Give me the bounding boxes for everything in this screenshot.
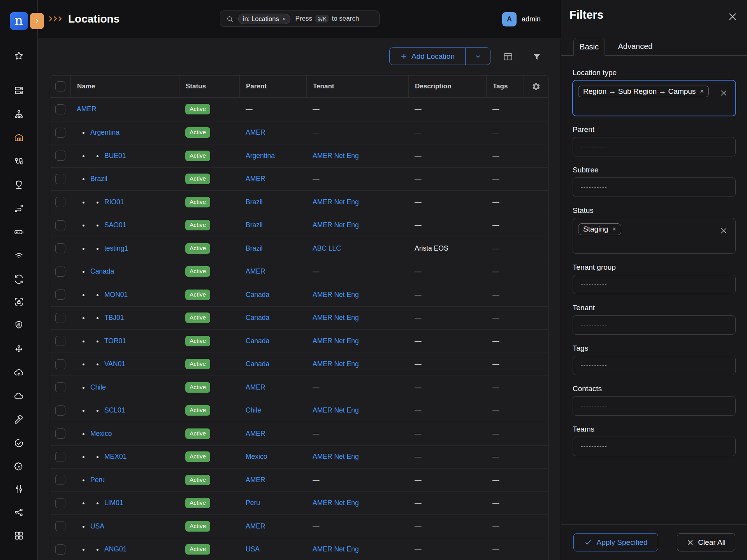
secrets-lock-frame-icon[interactable] xyxy=(14,297,24,307)
location-link[interactable]: AMER Net Eng xyxy=(313,314,359,321)
filter-input[interactable] xyxy=(573,184,698,191)
hierarchy-tree-icon[interactable] xyxy=(14,109,24,119)
table-row[interactable]: SAO01 Active Brazil AMER Net Eng — — xyxy=(50,214,548,237)
location-link[interactable]: AMER Net Eng xyxy=(313,221,359,229)
filter-multiselect[interactable]: Staging× xyxy=(573,218,736,254)
tab-advanced[interactable]: Advanced xyxy=(617,38,653,55)
location-link[interactable]: Canada xyxy=(246,314,269,321)
location-link[interactable]: AMER xyxy=(246,476,265,484)
settings-sliders-icon[interactable] xyxy=(14,484,24,494)
location-link[interactable]: USA xyxy=(246,545,260,553)
chip-remove-icon[interactable]: × xyxy=(700,88,703,95)
search-scope-chip[interactable]: in: Locations × xyxy=(238,14,290,24)
column-header-parent[interactable]: Parent xyxy=(239,75,306,97)
table-row[interactable]: Argentina Active AMER — — — xyxy=(50,121,548,144)
row-checkbox[interactable] xyxy=(55,406,65,416)
apps-gear-plus-icon[interactable] xyxy=(14,462,24,472)
location-link[interactable]: AMER xyxy=(246,128,265,136)
sidebar-expand-toggle[interactable]: › xyxy=(30,13,44,29)
location-link[interactable]: AMER Net Eng xyxy=(313,291,359,298)
filter-input[interactable] xyxy=(573,281,698,288)
filter-input[interactable] xyxy=(573,321,698,328)
filter-funnel-button[interactable] xyxy=(532,52,542,61)
table-row[interactable]: Brazil Active AMER — — — xyxy=(50,167,548,191)
add-location-dropdown-button[interactable] xyxy=(465,47,490,65)
clear-field-icon[interactable] xyxy=(720,227,728,235)
location-link[interactable]: Argentina xyxy=(246,152,275,160)
location-link[interactable]: AMER xyxy=(246,430,265,437)
row-checkbox[interactable] xyxy=(55,452,65,462)
location-link[interactable]: AMER Net Eng xyxy=(313,453,359,460)
location-name-link[interactable]: RIO01 xyxy=(104,198,124,206)
row-checkbox[interactable] xyxy=(55,174,65,184)
location-name-link[interactable]: Chile xyxy=(90,383,106,391)
row-checkbox[interactable] xyxy=(55,220,65,230)
tab-basic[interactable]: Basic xyxy=(573,38,605,56)
filter-input[interactable] xyxy=(573,362,698,369)
table-row[interactable]: testing1 Active Brazil ABC LLC Arista EO… xyxy=(50,237,548,260)
user-menu[interactable]: A admin xyxy=(502,12,541,26)
table-row[interactable]: AMER Active — — — — xyxy=(50,98,548,121)
location-name-link[interactable]: Brazil xyxy=(90,175,107,183)
table-row[interactable]: USA Active AMER — — — xyxy=(50,514,548,538)
column-header-tenant[interactable]: Tenant xyxy=(306,75,408,97)
table-row[interactable]: Chile Active AMER — — — xyxy=(50,376,548,399)
location-link[interactable]: AMER Net Eng xyxy=(313,545,359,553)
chip-remove-icon[interactable]: × xyxy=(612,226,616,233)
location-link[interactable]: AMER Net Eng xyxy=(313,499,359,507)
location-name-link[interactable]: SCL01 xyxy=(104,406,125,414)
location-link[interactable]: Canada xyxy=(246,291,269,298)
table-row[interactable]: TBJ01 Active Canada AMER Net Eng — — xyxy=(50,306,548,330)
location-link[interactable]: Brazil xyxy=(246,221,263,229)
location-name-link[interactable]: TBJ01 xyxy=(104,314,124,321)
location-name-link[interactable]: ANG01 xyxy=(104,545,127,553)
row-checkbox[interactable] xyxy=(55,428,65,439)
location-name-link[interactable]: SAO01 xyxy=(104,221,126,229)
row-checkbox[interactable] xyxy=(55,544,65,555)
sync-arrows-icon[interactable] xyxy=(14,274,24,284)
cable-plug-icon[interactable] xyxy=(14,156,24,167)
row-checkbox[interactable] xyxy=(55,128,65,138)
location-link[interactable]: Brazil xyxy=(246,198,263,206)
row-checkbox[interactable] xyxy=(55,521,65,531)
location-name-link[interactable]: BUE01 xyxy=(104,152,126,160)
location-name-link[interactable]: Argentina xyxy=(90,128,120,136)
filter-input[interactable] xyxy=(573,443,698,450)
row-checkbox[interactable] xyxy=(55,336,65,346)
row-checkbox[interactable] xyxy=(55,290,65,300)
apply-specified-button[interactable]: Apply Specified xyxy=(573,533,658,551)
load-balancer-arrows-icon[interactable] xyxy=(14,344,24,354)
location-name-link[interactable]: Peru xyxy=(90,476,105,484)
location-link[interactable]: ABC LLC xyxy=(313,244,341,252)
table-row[interactable]: SCL01 Active Chile AMER Net Eng — — xyxy=(50,399,548,422)
filter-input[interactable] xyxy=(573,402,698,409)
location-link[interactable]: Peru xyxy=(246,499,260,507)
location-link[interactable]: Brazil xyxy=(246,244,263,252)
location-link[interactable]: Canada xyxy=(246,360,269,368)
table-row[interactable]: RIO01 Active Brazil AMER Net Eng — — xyxy=(50,190,548,214)
row-checkbox[interactable] xyxy=(55,313,65,323)
location-name-link[interactable]: testing1 xyxy=(104,244,128,252)
column-header-name[interactable]: Name xyxy=(70,75,179,97)
row-checkbox[interactable] xyxy=(55,267,65,277)
location-link[interactable]: AMER Net Eng xyxy=(313,198,359,206)
location-link[interactable]: AMER xyxy=(246,175,265,183)
select-all-checkbox[interactable] xyxy=(55,81,65,91)
table-row[interactable]: Canada Active AMER — — — xyxy=(50,260,548,283)
column-header-tags[interactable]: Tags xyxy=(486,75,524,97)
table-row[interactable]: BUE01 Active Argentina AMER Net Eng — — xyxy=(50,144,548,167)
location-link[interactable]: Chile xyxy=(246,406,261,414)
global-search-input[interactable]: in: Locations × Press ⌘K to search xyxy=(220,11,380,27)
row-checkbox[interactable] xyxy=(55,382,65,392)
add-location-button[interactable]: Add Location xyxy=(389,47,465,65)
column-header-description[interactable]: Description xyxy=(408,75,486,97)
location-name-link[interactable]: Mexico xyxy=(90,430,112,437)
clear-field-icon[interactable] xyxy=(720,89,728,97)
device-rack-icon[interactable] xyxy=(14,85,24,96)
row-checkbox[interactable] xyxy=(55,475,65,485)
locations-building-icon[interactable] xyxy=(14,132,24,143)
location-link[interactable]: AMER Net Eng xyxy=(313,152,359,160)
close-panel-icon[interactable] xyxy=(728,12,738,22)
network-shield-icon[interactable] xyxy=(14,179,24,190)
location-link[interactable]: AMER Net Eng xyxy=(313,337,359,345)
